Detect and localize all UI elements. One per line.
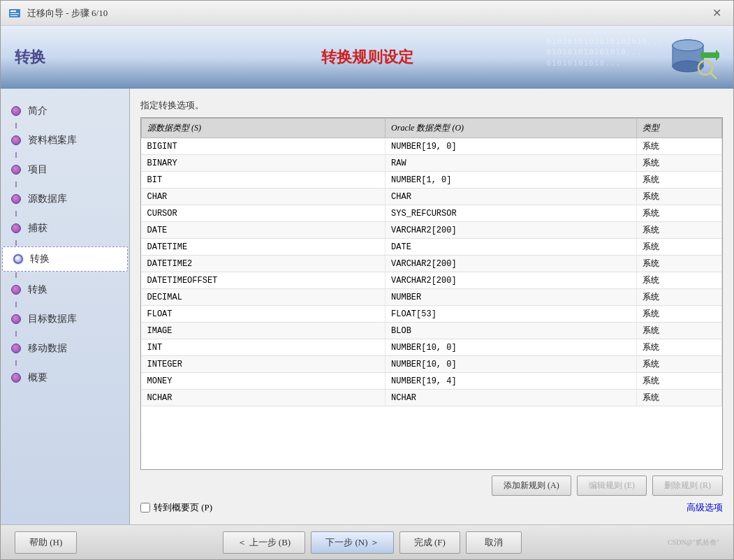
oracle-type-cell: RAW <box>386 155 637 172</box>
main-window: 迁移向导 - 步骤 6/10 ✕ 转换 转换规则设定 0101010101010… <box>0 0 734 560</box>
source-type-cell: DATETIME2 <box>142 256 386 272</box>
sidebar-dot-convert <box>13 254 23 264</box>
edit-rule-button[interactable]: 编辑规则 (E) <box>577 476 647 496</box>
table-row[interactable]: BIGINTNUMBER[19, 0]系统 <box>142 138 722 155</box>
advanced-options-link[interactable]: 高级选项 <box>687 501 723 514</box>
source-type-cell: MONEY <box>142 373 386 390</box>
table-row[interactable]: DECIMALNUMBER系统 <box>142 289 722 306</box>
category-cell: 系统 <box>637 239 722 256</box>
sidebar-item-transform[interactable]: 转换 <box>1 278 129 302</box>
category-cell: 系统 <box>637 256 722 272</box>
source-type-cell: INTEGER <box>142 356 386 373</box>
sidebar: 简介 资料档案库 项目 源数据库 捕获 <box>1 89 130 524</box>
table-row[interactable]: DATETIMEDATE系统 <box>142 239 722 256</box>
source-type-cell: INT <box>142 339 386 356</box>
svg-line-11 <box>710 73 716 78</box>
sidebar-item-convert[interactable]: 转换 <box>2 246 128 272</box>
category-cell: 系统 <box>637 306 722 323</box>
sidebar-item-project[interactable]: 项目 <box>1 158 129 182</box>
finish-button[interactable]: 完成 (F) <box>399 531 460 554</box>
goto-summary-label[interactable]: 转到概要页 (P) <box>140 501 212 514</box>
add-rule-button[interactable]: 添加新规则 (A) <box>492 476 571 496</box>
source-type-cell: NCHAR <box>142 390 386 406</box>
sidebar-item-intro[interactable]: 简介 <box>1 99 129 123</box>
table-row[interactable]: IMAGEBLOB系统 <box>142 323 722 339</box>
sidebar-label-convert: 转换 <box>30 253 50 265</box>
category-cell: 系统 <box>637 155 722 172</box>
category-cell: 系统 <box>637 339 722 356</box>
sidebar-dot-transform <box>11 285 21 295</box>
table-row[interactable]: DATETIMEOFFSETVARCHAR2[200]系统 <box>142 272 722 289</box>
category-cell: 系统 <box>637 323 722 339</box>
table-row[interactable]: NCHARNCHAR系统 <box>142 390 722 406</box>
source-type-cell: CURSOR <box>142 205 386 222</box>
table-row[interactable]: CURSORSYS_REFCURSOR系统 <box>142 205 722 222</box>
prev-button[interactable]: ＜ 上一步 (B) <box>223 531 305 554</box>
table-row[interactable]: DATETIME2VARCHAR2[200]系统 <box>142 256 722 272</box>
col-header-oracle: Oracle 数据类型 (O) <box>386 119 637 138</box>
sidebar-item-summary[interactable]: 概要 <box>1 366 129 390</box>
sidebar-label-archive: 资料档案库 <box>28 134 77 147</box>
close-button[interactable]: ✕ <box>707 5 726 22</box>
table-row[interactable]: CHARCHAR系统 <box>142 189 722 205</box>
db-icon <box>667 33 719 84</box>
header: 转换 转换规则设定 0101010101010102010... 0101010… <box>1 26 733 89</box>
oracle-type-cell: VARCHAR2[200] <box>386 222 637 239</box>
sidebar-label-capture: 捕获 <box>28 222 47 235</box>
connector-2 <box>15 152 17 158</box>
oracle-type-cell: NCHAR <box>386 390 637 406</box>
connector-7 <box>15 302 17 307</box>
table-row[interactable]: BINARYRAW系统 <box>142 155 722 172</box>
connector-8 <box>15 331 17 337</box>
sidebar-dot-source-db <box>11 194 21 204</box>
oracle-type-cell: VARCHAR2[200] <box>386 256 637 272</box>
connector-6 <box>15 272 17 278</box>
sidebar-dot-intro <box>11 106 21 116</box>
goto-summary-checkbox[interactable] <box>140 503 150 513</box>
instruction-text: 指定转换选项。 <box>140 99 723 112</box>
svg-rect-1 <box>10 10 16 12</box>
delete-rule-button[interactable]: 删除规则 (R) <box>652 476 723 496</box>
data-type-table: 源数据类型 (S) Oracle 数据类型 (O) 类型 BIGINTNUMBE… <box>141 118 722 406</box>
main-area: 简介 资料档案库 项目 源数据库 捕获 <box>1 89 733 524</box>
connector-4 <box>15 211 17 216</box>
svg-rect-3 <box>10 15 17 16</box>
sidebar-dot-capture <box>11 223 21 233</box>
category-cell: 系统 <box>637 138 722 155</box>
sidebar-item-archive[interactable]: 资料档案库 <box>1 128 129 152</box>
next-button[interactable]: 下一步 (N) ＞ <box>311 531 394 554</box>
help-button[interactable]: 帮助 (H) <box>15 531 77 554</box>
table-row[interactable]: DATEVARCHAR2[200]系统 <box>142 222 722 239</box>
sidebar-item-source-db[interactable]: 源数据库 <box>1 187 129 211</box>
sidebar-dot-summary <box>11 373 21 383</box>
options-row: 转到概要页 (P) 高级选项 <box>140 501 723 514</box>
table-row[interactable]: INTEGERNUMBER[10, 0]系统 <box>142 356 722 373</box>
table-row[interactable]: BITNUMBER[1, 0]系统 <box>142 172 722 189</box>
cancel-button[interactable]: 取消 <box>466 531 522 554</box>
sidebar-dot-archive <box>11 135 21 145</box>
window-title: 迁移向导 - 步骤 6/10 <box>27 7 707 20</box>
data-type-table-container[interactable]: 源数据类型 (S) Oracle 数据类型 (O) 类型 BIGINTNUMBE… <box>140 117 723 470</box>
oracle-type-cell: CHAR <box>386 189 637 205</box>
sidebar-label-transform: 转换 <box>28 283 47 296</box>
svg-marker-9 <box>716 50 719 61</box>
table-row[interactable]: MONEYNUMBER[19, 4]系统 <box>142 373 722 390</box>
source-type-cell: BIT <box>142 172 386 189</box>
action-buttons-row: 添加新规则 (A) 编辑规则 (E) 删除规则 (R) <box>140 476 723 496</box>
table-row[interactable]: INTNUMBER[10, 0]系统 <box>142 339 722 356</box>
oracle-type-cell: VARCHAR2[200] <box>386 272 637 289</box>
nav-buttons: ＜ 上一步 (B) 下一步 (N) ＞ 完成 (F) 取消 <box>223 531 522 554</box>
category-cell: 系统 <box>637 373 722 390</box>
sidebar-label-summary: 概要 <box>28 371 47 384</box>
connector-5 <box>15 240 17 246</box>
col-header-category: 类型 <box>637 119 722 138</box>
sidebar-dot-project <box>11 165 21 175</box>
oracle-type-cell: NUMBER <box>386 289 637 306</box>
sidebar-item-move-data[interactable]: 移动数据 <box>1 337 129 360</box>
sidebar-item-capture[interactable]: 捕获 <box>1 216 129 240</box>
goto-summary-text: 转到概要页 (P) <box>154 501 212 514</box>
watermark: CSDN@"贰拾叁" <box>668 538 719 547</box>
svg-point-7 <box>673 40 703 51</box>
sidebar-item-target-db[interactable]: 目标数据库 <box>1 307 129 331</box>
table-row[interactable]: FLOATFLOAT[53]系统 <box>142 306 722 323</box>
